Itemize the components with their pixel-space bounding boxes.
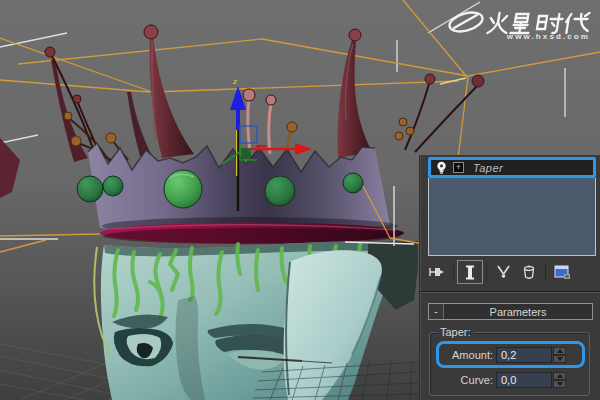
configure-modifier-sets-icon (554, 265, 571, 280)
parameters-rollout-header[interactable]: - Parameters (428, 303, 593, 320)
show-end-result-button[interactable] (457, 260, 483, 284)
toolbar-divider (453, 263, 454, 281)
amount-spinner-down[interactable] (553, 355, 566, 363)
pin-stack-button[interactable] (424, 260, 450, 284)
amount-spinner (553, 347, 566, 363)
amount-label: Amount: (441, 349, 493, 361)
curve-input[interactable]: 0,0 (496, 372, 552, 388)
modifier-name: Taper (473, 162, 503, 174)
taper-group-label: Taper: (437, 326, 474, 338)
amount-row: Amount: 0,2 (441, 345, 566, 364)
taper-group-box: Taper: Amount: 0,2 Curve: 0,0 (429, 332, 590, 396)
amount-highlight-box: Amount: 0,2 (436, 341, 585, 368)
curve-row: Curve: 0,0 (441, 370, 585, 389)
modifier-stack: + Taper (428, 157, 596, 256)
3dsmax-window: z (0, 0, 600, 400)
remove-modifier-button[interactable] (516, 260, 542, 284)
lightbulb-icon[interactable] (435, 161, 448, 175)
make-unique-button[interactable] (490, 260, 516, 284)
amount-spinner-up[interactable] (553, 347, 566, 355)
toolbar-divider (486, 263, 487, 281)
modifier-stack-list[interactable] (428, 178, 596, 256)
crown-rim (100, 223, 404, 245)
gizmo-z-label: z (232, 77, 237, 86)
curve-spinner-up[interactable] (553, 372, 566, 380)
curve-spinner (553, 372, 566, 388)
configure-modifier-sets-button[interactable] (549, 260, 575, 284)
rollout-collapse-button[interactable]: - (429, 304, 444, 319)
command-panel: + Taper (419, 155, 600, 400)
amount-input[interactable]: 0,2 (496, 347, 552, 363)
logo-cjk-strokes (487, 13, 590, 33)
rollout-title: Parameters (444, 306, 592, 318)
expand-modifier-icon[interactable]: + (453, 162, 464, 173)
logo-url: www.hxsd.com (507, 32, 590, 41)
site-logo: 火星时代 www.hxsd.com (444, 4, 594, 44)
panel-divider (420, 291, 600, 293)
curve-label: Curve: (441, 374, 493, 386)
make-unique-icon (496, 265, 511, 279)
modifier-stack-entry-taper[interactable]: + Taper (428, 157, 596, 178)
curve-spinner-down[interactable] (553, 380, 566, 388)
show-end-result-icon (464, 265, 476, 280)
remove-modifier-icon (522, 265, 536, 280)
toolbar-divider (545, 263, 546, 281)
modifier-stack-toolbar (420, 257, 600, 287)
pin-stack-icon (429, 265, 445, 279)
